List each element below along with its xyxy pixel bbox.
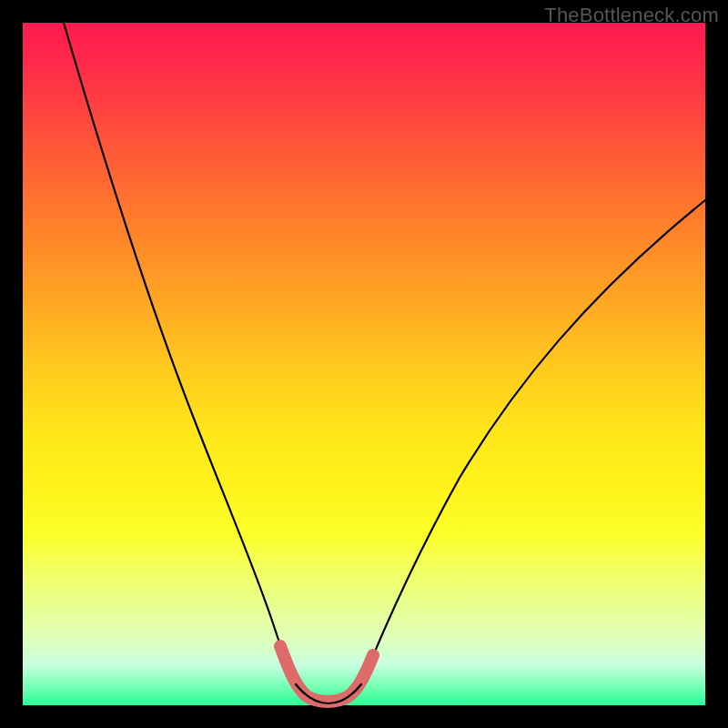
curve-right-branch [361, 200, 705, 684]
valley-highlight [280, 646, 373, 702]
curves-svg [23, 23, 705, 705]
curve-left-branch [64, 23, 296, 684]
chart-frame: TheBottleneck.com [0, 0, 728, 728]
plot-area [23, 23, 705, 705]
watermark-text: TheBottleneck.com [544, 4, 719, 27]
